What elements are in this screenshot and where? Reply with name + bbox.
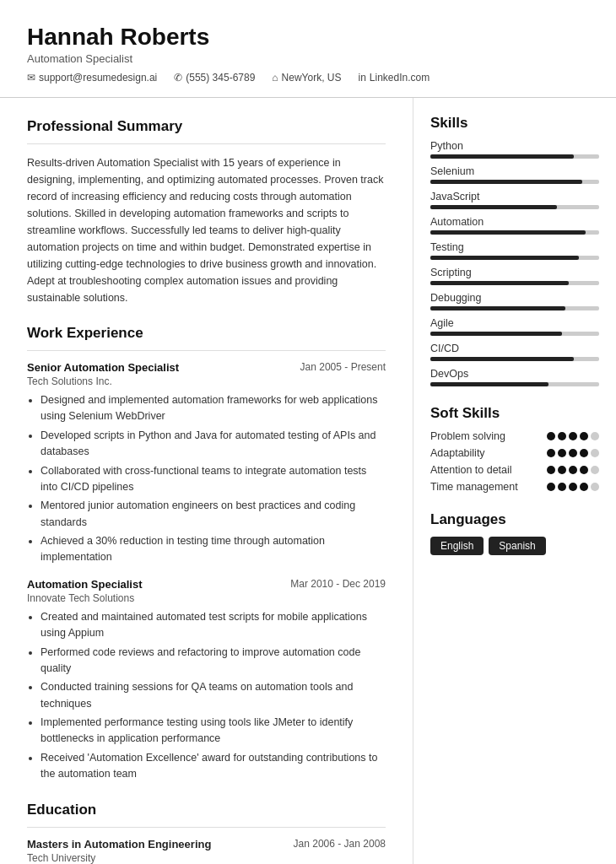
- summary-title: Professional Summary: [27, 118, 386, 135]
- skill-row: DevOps: [430, 368, 599, 386]
- dot-filled: [580, 432, 588, 440]
- soft-skill-name: Problem solving: [430, 430, 505, 442]
- contact-phone: ✆ (555) 345-6789: [174, 72, 255, 84]
- edu-school-1: Tech University: [27, 852, 386, 864]
- email-icon: ✉: [27, 72, 35, 84]
- job-date-2: Mar 2010 - Dec 2019: [290, 578, 386, 590]
- dots: [547, 432, 599, 440]
- job-date-1: Jan 2005 - Present: [300, 361, 386, 373]
- left-column: Professional Summary Results-driven Auto…: [0, 98, 413, 864]
- skill-row: Testing: [430, 241, 599, 260]
- skill-bar-bg: [430, 357, 599, 361]
- job-header-2: Automation Specialist Mar 2010 - Dec 201…: [27, 578, 386, 591]
- bullet-2-1: Created and maintained automated test sc…: [41, 609, 386, 642]
- skill-row: Debugging: [430, 292, 599, 310]
- dot-filled: [558, 466, 566, 474]
- skill-name: Debugging: [430, 292, 599, 304]
- education-title: Education: [27, 802, 386, 818]
- skill-bar-fill: [430, 180, 582, 184]
- skill-name: DevOps: [430, 368, 599, 380]
- edu-item-1: Masters in Automation Engineering Jan 20…: [27, 838, 386, 865]
- contact-email: ✉ support@resumedesign.ai: [27, 72, 157, 84]
- bullet-1-3: Collaborated with cross-functional teams…: [41, 463, 386, 496]
- dot-filled: [580, 483, 588, 491]
- skill-bar-fill: [430, 281, 569, 285]
- job-item-2: Automation Specialist Mar 2010 - Dec 201…: [27, 578, 386, 783]
- dot-filled: [569, 466, 577, 474]
- dot-empty: [591, 483, 599, 491]
- soft-skills-title: Soft Skills: [430, 405, 599, 422]
- skill-row: Selenium: [430, 165, 599, 184]
- edu-degree-1: Masters in Automation Engineering: [27, 838, 211, 850]
- summary-text: Results-driven Automation Specialist wit…: [27, 154, 386, 306]
- languages-title: Languages: [430, 511, 599, 528]
- skill-bar-bg: [430, 205, 599, 209]
- job-title-1: Senior Automation Specialist: [27, 361, 179, 374]
- location-icon: ⌂: [272, 72, 278, 84]
- skill-bar-bg: [430, 256, 599, 260]
- dot-empty: [591, 449, 599, 457]
- work-divider: [27, 350, 386, 351]
- skill-row: Automation: [430, 216, 599, 235]
- dot-filled: [558, 449, 566, 457]
- skill-row: CI/CD: [430, 343, 599, 361]
- language-badge: Spanish: [489, 537, 545, 555]
- skill-name: Testing: [430, 241, 599, 253]
- language-badge: English: [430, 537, 484, 555]
- dot-empty: [591, 432, 599, 440]
- soft-skill-name: Attention to detail: [430, 464, 512, 476]
- job-header-1: Senior Automation Specialist Jan 2005 - …: [27, 361, 386, 374]
- skill-bar-fill: [430, 306, 565, 310]
- dot-filled: [547, 466, 555, 474]
- main-layout: Professional Summary Results-driven Auto…: [0, 98, 616, 864]
- resume-header: Hannah Roberts Automation Specialist ✉ s…: [0, 0, 616, 98]
- skill-bar-fill: [430, 154, 574, 159]
- dot-filled: [580, 449, 588, 457]
- skill-name: Selenium: [430, 165, 599, 177]
- skill-row: Python: [430, 140, 599, 159]
- dots: [547, 483, 599, 491]
- skill-bar-bg: [430, 154, 599, 159]
- dot-filled: [569, 432, 577, 440]
- phone-icon: ✆: [174, 72, 182, 84]
- skill-name: CI/CD: [430, 343, 599, 354]
- edu-date-1: Jan 2006 - Jan 2008: [294, 838, 386, 850]
- skill-bar-bg: [430, 281, 599, 285]
- skill-name: Scripting: [430, 267, 599, 278]
- dot-filled: [569, 449, 577, 457]
- contact-row: ✉ support@resumedesign.ai ✆ (555) 345-67…: [27, 72, 589, 84]
- summary-divider: [27, 143, 386, 144]
- soft-skills-container: Problem solving Adaptability Attention t…: [430, 430, 599, 493]
- job-bullets-1: Designed and implemented automation fram…: [27, 392, 386, 566]
- skill-bar-bg: [430, 332, 599, 336]
- skill-row: Scripting: [430, 267, 599, 285]
- skill-bar-fill: [430, 332, 562, 336]
- bullet-1-1: Designed and implemented automation fram…: [41, 392, 386, 425]
- education-section: Education Masters in Automation Engineer…: [27, 802, 386, 865]
- skill-name: Agile: [430, 317, 599, 329]
- skills-container: Python Selenium JavaScript Automation Te…: [430, 140, 599, 386]
- dot-filled: [547, 432, 555, 440]
- skill-row: Agile: [430, 317, 599, 336]
- linkedin-icon: in: [359, 72, 366, 84]
- contact-linkedin: in LinkedIn.com: [359, 72, 430, 84]
- soft-skill-row: Problem solving: [430, 430, 599, 442]
- bullet-2-5: Received 'Automation Excellence' award f…: [41, 750, 386, 783]
- bullet-1-2: Developed scripts in Python and Java for…: [41, 428, 386, 461]
- skill-bar-bg: [430, 306, 599, 310]
- dots: [547, 466, 599, 474]
- skill-bar-bg: [430, 382, 599, 386]
- skill-name: Python: [430, 140, 599, 152]
- skill-bar-fill: [430, 205, 557, 209]
- bullet-1-5: Achieved a 30% reduction in testing time…: [41, 533, 386, 566]
- job-bullets-2: Created and maintained automated test sc…: [27, 609, 386, 783]
- languages-section: Languages EnglishSpanish: [430, 511, 599, 555]
- dots: [547, 449, 599, 457]
- soft-skill-name: Time management: [430, 481, 518, 493]
- bullet-2-4: Implemented performance testing using to…: [41, 715, 386, 748]
- skills-section: Skills Python Selenium JavaScript Automa…: [430, 115, 599, 386]
- job-title-2: Automation Specialist: [27, 578, 143, 591]
- skills-title: Skills: [430, 115, 599, 132]
- job-item-1: Senior Automation Specialist Jan 2005 - …: [27, 361, 386, 566]
- skill-bar-bg: [430, 180, 599, 184]
